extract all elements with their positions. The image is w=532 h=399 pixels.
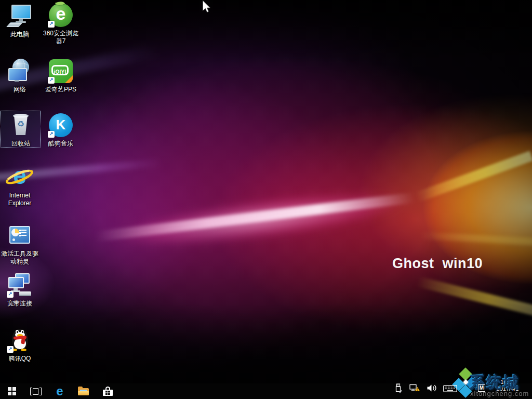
desktop-icon-iqiyi-pps[interactable]: iQIYI ↗ 爱奇艺PPS <box>41 57 81 94</box>
wallpaper-text: Ghost win10 <box>392 256 483 272</box>
desktop-icon-label: 360安全浏览器7 <box>41 30 81 45</box>
store-bag-icon <box>103 387 113 396</box>
desktop-icon-label: 宽带连接 <box>0 300 39 308</box>
desktop-icon-this-pc[interactable]: 此电脑 <box>0 2 39 38</box>
desktop-icon-label: Internet Explorer <box>0 192 39 207</box>
desktop-icon-360-browser[interactable]: e ↗ 360安全浏览器7 <box>41 1 81 45</box>
start-button[interactable] <box>4 383 20 399</box>
shortcut-arrow-icon: ↗ <box>7 291 14 298</box>
folder-icon <box>78 387 89 396</box>
360-browser-icon: e ↗ <box>48 3 73 28</box>
desktop-icon-internet-explorer[interactable]: e Internet Explorer <box>0 163 39 207</box>
edge-icon: e <box>56 385 63 397</box>
volume-tray-icon[interactable] <box>427 384 437 394</box>
shortcut-arrow-icon: ↗ <box>48 131 55 138</box>
desktop-icon-label: 此电脑 <box>0 31 39 38</box>
clock-date: 2017/4/1 <box>493 385 523 392</box>
desktop-icon-broadband[interactable]: ↗ 宽带连接 <box>0 271 39 308</box>
shortcut-arrow-icon: ↗ <box>48 21 55 28</box>
clock-time: 16:51 <box>493 379 523 385</box>
windows-logo-icon <box>8 387 16 395</box>
broadband-icon: ↗ <box>7 273 32 298</box>
desktop-icon-label: 腾讯QQ <box>0 355 39 363</box>
store-button[interactable] <box>100 383 115 399</box>
desktop-icon-recycle-bin[interactable]: ♻ 回收站 <box>1 111 41 148</box>
task-view-icon <box>30 388 42 395</box>
usb-device-tray-icon[interactable] <box>394 383 402 395</box>
desktop-icon-activation-tools[interactable]: 激活工具及驱动精灵 <box>0 221 39 265</box>
desktop-icon-kugou-music[interactable]: K ↗ 酷狗音乐 <box>41 111 81 148</box>
recycle-symbol: ♻ <box>8 119 33 129</box>
this-pc-icon <box>7 4 32 29</box>
internet-explorer-icon: e <box>7 165 32 190</box>
touch-keyboard-tray-icon[interactable] <box>443 385 457 394</box>
desktop-icon-network[interactable]: 网络 <box>0 57 39 94</box>
task-view-button[interactable] <box>28 383 44 399</box>
file-explorer-button[interactable] <box>76 383 91 399</box>
input-method-indicator[interactable]: M <box>478 384 485 392</box>
desktop-icon-tencent-qq[interactable]: ↗ 腾讯QQ <box>0 326 39 363</box>
svg-text:!: ! <box>417 388 418 391</box>
shortcut-arrow-icon: ↗ <box>7 346 14 353</box>
desktop-screen: Ghost win10 此电脑 网络 ♻ 回收站 e Internet Expl… <box>0 0 532 399</box>
recycle-bin-icon: ♻ <box>8 113 33 138</box>
shortcut-arrow-icon: ↗ <box>48 77 55 84</box>
taskbar-left: e <box>0 383 124 399</box>
network-warning-tray-icon[interactable]: ! <box>409 384 420 395</box>
network-icon <box>7 59 32 84</box>
iqiyi-pps-icon: iQIYI ↗ <box>48 59 73 84</box>
desktop-icon-label: 回收站 <box>1 140 41 148</box>
desktop-icon-label: 爱奇艺PPS <box>41 86 81 94</box>
edge-taskbar-button[interactable]: e <box>52 383 68 399</box>
desktop-icon-label: 激活工具及驱动精灵 <box>0 250 39 265</box>
desktop-icon-label: 酷狗音乐 <box>41 140 81 148</box>
activation-tools-icon <box>7 223 32 248</box>
desktop-icon-label: 网络 <box>0 86 39 94</box>
tencent-qq-icon: ↗ <box>7 328 32 353</box>
taskbar-clock[interactable]: 16:51 2017/4/1 <box>493 379 523 392</box>
kugou-music-icon: K ↗ <box>48 113 73 138</box>
